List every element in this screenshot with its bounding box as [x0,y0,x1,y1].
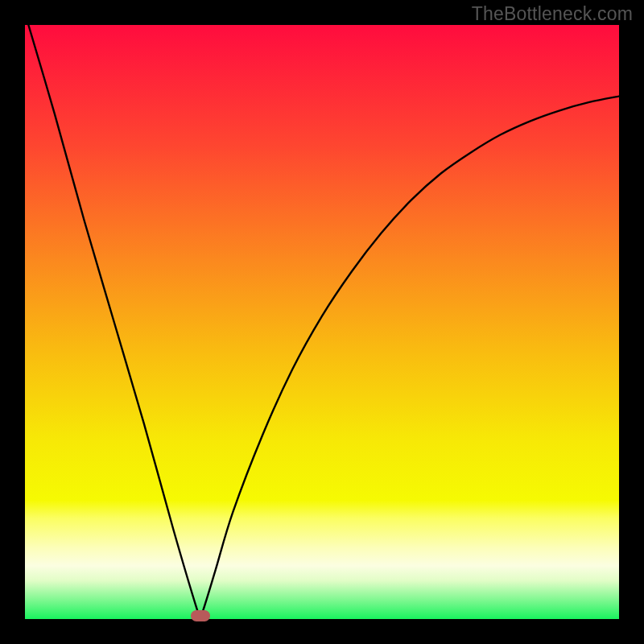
outer-frame: TheBottleneck.com [0,0,644,644]
optimal-point-marker [191,610,210,621]
watermark-text: TheBottleneck.com [472,3,633,25]
chart-svg [25,25,619,619]
plot-area [25,25,619,619]
